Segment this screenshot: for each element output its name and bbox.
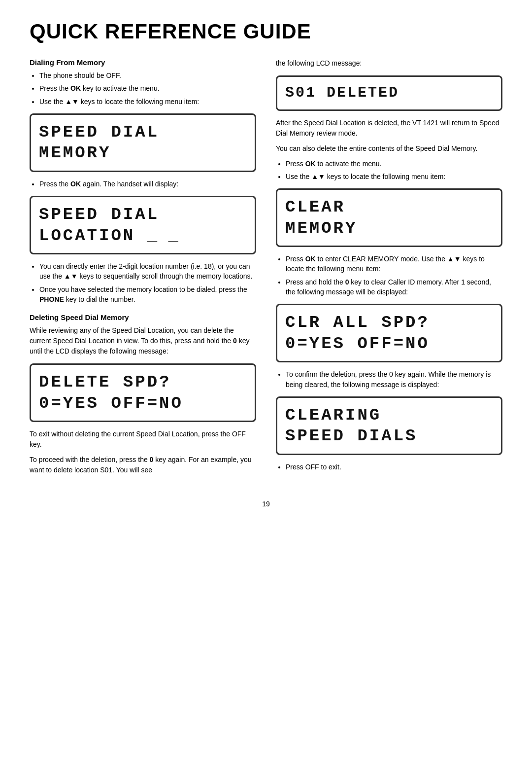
lcd-line: SPEED DIALS [285, 426, 493, 447]
right-intro: the following LCD message: [276, 58, 502, 69]
lcd-line: CLEAR [285, 197, 493, 218]
section2-heading: Deleting Speed Dial Memory [30, 313, 256, 321]
list-item: Press the OK again. The handset will dis… [39, 179, 256, 189]
lcd-speed-dial-location: SPEED DIAL LOCATION _ _ [30, 196, 256, 254]
lcd-line: LOCATION _ _ [39, 225, 247, 247]
section1-bullets2: Press the OK again. The handset will dis… [30, 179, 256, 189]
lcd-clear-memory: CLEAR MEMORY [276, 188, 502, 247]
lcd-clearing-speed-dials: CLEARING SPEED DIALS [276, 396, 502, 455]
lcd-line: MEMORY [285, 218, 493, 239]
lcd-clr-all-spd: CLR ALL SPD? 0=YES OFF=NO [276, 304, 502, 362]
section2-para1: While reviewing any of the Speed Dial Lo… [30, 325, 256, 356]
right-bullets4: Press OFF to exit. [276, 462, 502, 472]
section2-para3: To proceed with the deletion, press the … [30, 455, 256, 475]
lcd-line: 0=YES OFF=NO [285, 333, 493, 355]
left-column: Dialing From Memory The phone should be … [30, 58, 256, 480]
section1-bullets: The phone should be OFF. Press the OK ke… [30, 71, 256, 106]
lcd-line: SPEED DIAL [39, 204, 247, 225]
list-item: Press the OK key to activate the menu. [39, 83, 256, 93]
list-item: Once you have selected the memory locati… [39, 284, 256, 305]
right-para1: After the Speed Dial Location is deleted… [276, 118, 502, 139]
lcd-line: SPEED DIAL [39, 122, 247, 143]
list-item: The phone should be OFF. [39, 71, 256, 80]
right-bullets2: Press OK to enter CLEAR MEMORY mode. Use… [276, 254, 502, 297]
lcd-delete-spd: DELETE SPD? 0=YES OFF=NO [30, 363, 256, 422]
right-bullets3: To confirm the deletion, press the 0 key… [276, 369, 502, 390]
lcd-line: DELETE SPD? [39, 372, 247, 393]
lcd-line: CLEARING [285, 405, 493, 426]
list-item: Press OFF to exit. [286, 462, 502, 472]
list-item: To confirm the deletion, press the 0 key… [286, 369, 502, 390]
lcd-line: CLR ALL SPD? [285, 312, 493, 333]
lcd-line: MEMORY [39, 142, 247, 164]
right-bullets1: Press OK to activate the menu. Use the ▲… [276, 159, 502, 182]
lcd-speed-dial-memory: SPEED DIAL MEMORY [30, 113, 256, 172]
page-title: QUICK REFERENCE GUIDE [30, 20, 502, 43]
list-item: Use the ▲▼ keys to locate the following … [39, 97, 256, 106]
right-column: the following LCD message: S01 DELETED A… [276, 58, 502, 477]
lcd-line: 0=YES OFF=NO [39, 393, 247, 414]
right-para2: You can also delete the entire contents … [276, 143, 502, 154]
section1-heading: Dialing From Memory [30, 58, 256, 67]
list-item: Press OK to activate the menu. [286, 159, 502, 169]
lcd-line: S01 DELETED [285, 84, 493, 103]
list-item: Press OK to enter CLEAR MEMORY mode. Use… [286, 254, 502, 274]
list-item: You can directly enter the 2-digit locat… [39, 261, 256, 282]
page-number: 19 [30, 500, 502, 508]
list-item: Press and hold the 0 key to clear Caller… [286, 277, 502, 297]
lcd-s01-deleted: S01 DELETED [276, 75, 502, 111]
list-item: Use the ▲▼ keys to locate the following … [286, 172, 502, 181]
section2-para2: To exit without deleting the current Spe… [30, 429, 256, 450]
section1-bullets3: You can directly enter the 2-digit locat… [30, 261, 256, 304]
